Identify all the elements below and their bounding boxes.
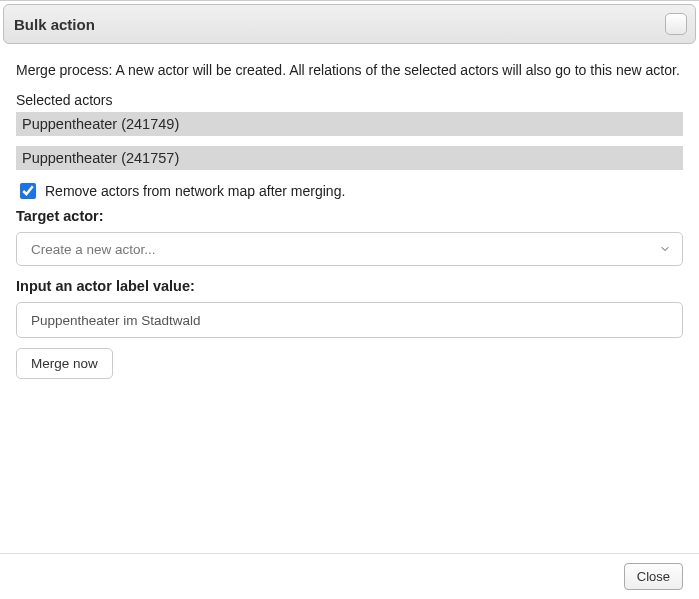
titlebar: Bulk action <box>3 4 696 44</box>
close-button[interactable]: Close <box>624 563 683 590</box>
remove-actors-label: Remove actors from network map after mer… <box>45 183 345 199</box>
remove-actors-checkbox[interactable] <box>20 183 36 199</box>
target-actor-select-placeholder: Create a new actor... <box>31 242 156 257</box>
target-actor-select-wrap: Create a new actor... <box>16 232 683 266</box>
bulk-action-dialog: Bulk action Merge process: A new actor w… <box>0 0 699 599</box>
actor-label-field-label: Input an actor label value: <box>16 278 683 294</box>
actor-label-input[interactable] <box>16 302 683 338</box>
merge-description: Merge process: A new actor will be creat… <box>16 62 683 78</box>
dialog-title: Bulk action <box>14 16 95 33</box>
dialog-body: Merge process: A new actor will be creat… <box>0 44 699 379</box>
selected-actor-row: Puppentheater (241749) <box>16 112 683 136</box>
remove-checkbox-row: Remove actors from network map after mer… <box>16 180 683 202</box>
selected-actor-row: Puppentheater (241757) <box>16 146 683 170</box>
dialog-footer: Close <box>0 553 699 599</box>
target-actor-select[interactable]: Create a new actor... <box>16 232 683 266</box>
target-actor-label: Target actor: <box>16 208 683 224</box>
window-control-button[interactable] <box>665 13 687 35</box>
selected-actors-label: Selected actors <box>16 92 683 108</box>
merge-now-button[interactable]: Merge now <box>16 348 113 379</box>
